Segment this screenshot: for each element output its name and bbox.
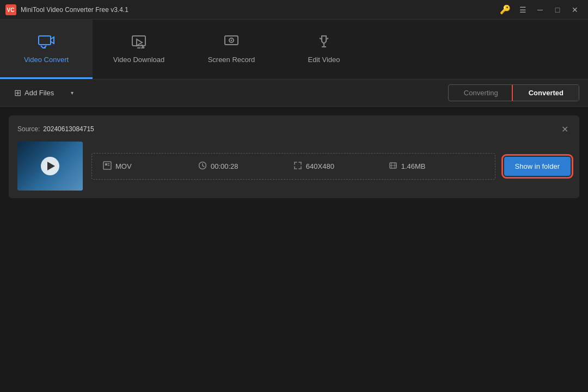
- add-files-dropdown[interactable]: ▾: [66, 85, 78, 101]
- title-bar: VC MiniTool Video Converter Free v3.4.1 …: [0, 0, 588, 20]
- tab-video-download-label: Video Download: [113, 56, 164, 64]
- duration-info: 00:00:28: [198, 161, 293, 171]
- file-info-row: MOV 00:00:28: [91, 153, 495, 180]
- size-info: 1.46MB: [389, 161, 484, 171]
- file-card-header: Source: 20240613084715 ✕: [17, 123, 571, 135]
- converted-tab[interactable]: Converted: [513, 85, 579, 101]
- nav-bar: Video Convert Video Download Screen Reco…: [0, 20, 588, 79]
- svg-point-7: [231, 39, 232, 41]
- minimize-button[interactable]: ─: [532, 4, 548, 16]
- key-icon: 🔑: [498, 4, 513, 16]
- add-files-label: Add Files: [24, 89, 54, 97]
- source-value: 20240613084715: [43, 125, 94, 133]
- add-files-icon: ⊞: [14, 88, 21, 98]
- file-card: Source: 20240613084715 ✕: [9, 115, 579, 198]
- format-value: MOV: [115, 162, 132, 170]
- svg-rect-11: [108, 165, 109, 166]
- converting-tab-wrapper: Converting: [449, 85, 513, 101]
- resolution-value: 640X480: [306, 162, 334, 170]
- svg-text:VC: VC: [7, 7, 15, 13]
- window-controls: 🔑 ☰ ─ □ ✕: [498, 4, 583, 16]
- converting-tab[interactable]: Converting: [449, 85, 513, 101]
- duration-icon: [198, 161, 207, 171]
- video-thumbnail[interactable]: [17, 142, 83, 191]
- tab-edit-video[interactable]: Edit Video: [278, 20, 370, 79]
- format-icon: [103, 161, 112, 171]
- size-value: 1.46MB: [401, 162, 426, 170]
- tab-screen-record[interactable]: Screen Record: [185, 20, 278, 79]
- tab-screen-record-label: Screen Record: [208, 56, 255, 64]
- svg-rect-2: [39, 36, 51, 45]
- toolbar: ⊞ Add Files ▾ Converting Converted: [0, 79, 588, 107]
- play-triangle-icon: [47, 162, 55, 170]
- source-label: Source:: [17, 125, 40, 133]
- close-button[interactable]: ✕: [567, 4, 583, 16]
- menu-button[interactable]: ☰: [515, 4, 530, 16]
- app-title: MiniTool Video Converter Free v3.4.1: [21, 6, 498, 14]
- show-in-folder-button[interactable]: Show in folder: [504, 157, 571, 176]
- tab-edit-video-label: Edit Video: [308, 56, 340, 64]
- video-convert-icon: [38, 34, 55, 51]
- tab-video-convert[interactable]: Video Convert: [0, 20, 93, 79]
- format-info: MOV: [103, 161, 198, 171]
- close-card-button[interactable]: ✕: [559, 123, 571, 135]
- play-button[interactable]: [41, 157, 59, 175]
- tab-video-convert-label: Video Convert: [24, 56, 69, 64]
- app-logo: VC: [5, 4, 16, 15]
- resolution-info: 640X480: [293, 161, 389, 171]
- svg-rect-10: [108, 163, 109, 164]
- main-content: Source: 20240613084715 ✕: [0, 107, 588, 392]
- size-icon: [389, 161, 397, 171]
- edit-video-icon: [315, 34, 333, 51]
- maximize-button[interactable]: □: [550, 4, 565, 16]
- tab-video-download[interactable]: Video Download: [93, 20, 185, 79]
- add-files-button[interactable]: ⊞ Add Files: [9, 84, 59, 101]
- svg-rect-9: [105, 163, 107, 166]
- tab-switcher: Converting Converted: [448, 84, 579, 101]
- screen-record-icon: [223, 34, 240, 51]
- duration-value: 00:00:28: [211, 162, 238, 170]
- video-download-icon: [130, 34, 148, 51]
- resolution-icon: [293, 161, 302, 171]
- converted-tab-wrapper: Converted: [513, 85, 579, 101]
- file-card-body: MOV 00:00:28: [17, 142, 571, 191]
